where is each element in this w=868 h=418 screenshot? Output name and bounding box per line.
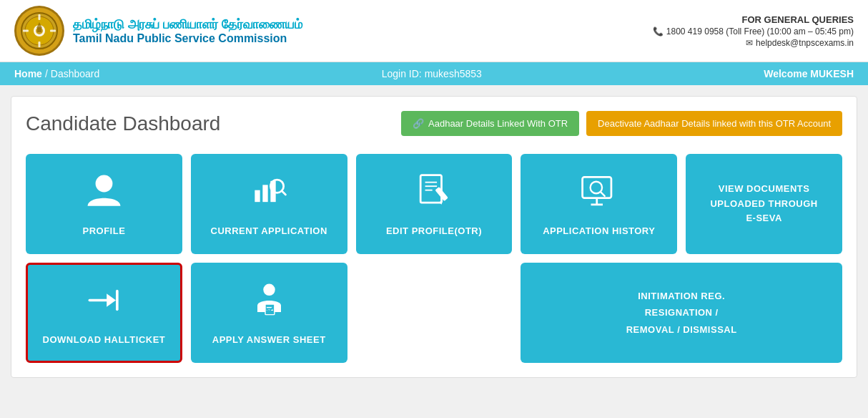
- svg-rect-11: [255, 190, 260, 203]
- svg-rect-22: [583, 177, 611, 198]
- edit-profile-svg: [414, 172, 453, 211]
- svg-rect-2: [39, 14, 41, 20]
- application-history-label: APPLICATION HISTORY: [543, 225, 655, 236]
- card-application-history[interactable]: APPLICATION HISTORY: [521, 154, 677, 254]
- answer-sheet-svg: [250, 281, 289, 320]
- download-hallticket-icon: [84, 281, 124, 326]
- logo-inner: [16, 8, 62, 54]
- dashboard-header: Candidate Dashboard 🔗 Aadhaar Details Li…: [26, 111, 842, 136]
- application-history-icon: [579, 172, 618, 217]
- phone-number: 1800 419 0958 (Toll Free) (10:00 am – 05…: [666, 26, 854, 37]
- aadhaar-linked-label: Aadhaar Details Linked With OTR: [428, 118, 568, 129]
- card-view-documents[interactable]: VIEW DOCUMENTSUPLOADED THROUGHE-SEVA: [686, 154, 842, 254]
- email-address: helpdesk@tnpscexams.in: [756, 38, 854, 48]
- svg-rect-9: [37, 28, 41, 32]
- emblem-svg: [21, 12, 58, 49]
- download-svg: [84, 281, 124, 320]
- dashboard-buttons: 🔗 Aadhaar Details Linked With OTR Deacti…: [401, 111, 842, 136]
- svg-rect-5: [50, 30, 56, 32]
- email-icon: ✉: [746, 38, 753, 48]
- dashboard-title: Candidate Dashboard: [26, 112, 220, 135]
- profile-svg: [84, 172, 124, 211]
- breadcrumb-separator: /: [45, 68, 48, 79]
- current-app-svg: [250, 172, 289, 211]
- navbar: Home / Dashboard Login ID: mukesh5853 We…: [0, 62, 868, 85]
- header-contact: FOR GENERAL QUERIES 📞 1800 419 0958 (Tol…: [653, 14, 854, 48]
- queries-title: FOR GENERAL QUERIES: [653, 14, 854, 25]
- login-id-label: Login ID:: [382, 68, 422, 79]
- breadcrumb-dashboard: Dashboard: [51, 68, 100, 79]
- app-history-svg: [579, 172, 618, 211]
- header-left: தமிழ்நாடு அரசுப் பணியாளர் தேர்வாணையம் Ta…: [14, 6, 302, 56]
- profile-icon: [84, 172, 124, 217]
- phone-icon: 📞: [653, 26, 664, 37]
- site-header: தமிழ்நாடு அரசுப் பணியாளர் தேர்வாணையம் Ta…: [0, 0, 868, 62]
- profile-label: PROFILE: [82, 225, 125, 236]
- svg-line-24: [601, 192, 606, 196]
- view-documents-label: VIEW DOCUMENTSUPLOADED THROUGHE-SEVA: [710, 182, 817, 226]
- aadhaar-linked-button[interactable]: 🔗 Aadhaar Details Linked With OTR: [401, 111, 579, 136]
- home-link[interactable]: Home: [14, 68, 42, 79]
- org-name-english: Tamil Nadu Public Service Commission: [73, 32, 302, 45]
- card-edit-profile[interactable]: EDIT PROFILE(OTR): [356, 154, 513, 254]
- apply-answer-sheet-label: APPLY ANSWER SHEET: [212, 334, 326, 345]
- current-application-icon: [250, 172, 289, 217]
- phone-line: 📞 1800 419 0958 (Toll Free) (10:00 am – …: [653, 26, 854, 37]
- card-current-application[interactable]: CURRENT APPLICATION: [191, 154, 347, 254]
- download-hallticket-label: DOWNLOAD HALLTICKET: [43, 334, 166, 345]
- svg-point-10: [95, 175, 112, 193]
- current-application-label: CURRENT APPLICATION: [211, 225, 327, 236]
- svg-rect-4: [23, 30, 29, 32]
- email-line: ✉ helpdesk@tnpscexams.in: [653, 38, 854, 48]
- org-name-tamil: தமிழ்நாடு அரசுப் பணியாளர் தேர்வாணையம்: [73, 17, 302, 32]
- svg-rect-3: [39, 42, 41, 47]
- card-profile[interactable]: PROFILE: [26, 154, 182, 254]
- login-id-display: Login ID: mukesh5853: [382, 68, 482, 79]
- svg-point-30: [263, 284, 275, 296]
- dashboard-grid: PROFILE CURRENT APPLICATION: [26, 154, 842, 363]
- edit-profile-icon: [414, 172, 453, 217]
- org-title: தமிழ்நாடு அரசுப் பணியாளர் தேர்வாணையம் Ta…: [73, 17, 302, 45]
- breadcrumb: Home / Dashboard: [14, 68, 99, 79]
- apply-answer-sheet-icon: [250, 281, 289, 326]
- card-apply-answer-sheet[interactable]: APPLY ANSWER SHEET: [191, 263, 347, 363]
- logo: [14, 6, 64, 56]
- welcome-message: Welcome MUKESH: [764, 68, 854, 79]
- svg-line-15: [282, 191, 286, 195]
- svg-marker-28: [107, 293, 116, 306]
- initimation-label: INITIMATION REG.RESIGNATION /REMOVAL / D…: [626, 288, 737, 338]
- edit-profile-label: EDIT PROFILE(OTR): [386, 225, 482, 236]
- deactivate-aadhaar-button[interactable]: Deactivate Aadhaar Details linked with t…: [586, 111, 842, 136]
- login-id-value: mukesh5853: [425, 68, 482, 79]
- svg-rect-12: [262, 185, 267, 202]
- aadhaar-icon: 🔗: [413, 118, 424, 129]
- card-initimation[interactable]: INITIMATION REG.RESIGNATION /REMOVAL / D…: [521, 263, 842, 363]
- card-download-hallticket[interactable]: DOWNLOAD HALLTICKET: [26, 263, 182, 363]
- main-content: Candidate Dashboard 🔗 Aadhaar Details Li…: [11, 96, 857, 378]
